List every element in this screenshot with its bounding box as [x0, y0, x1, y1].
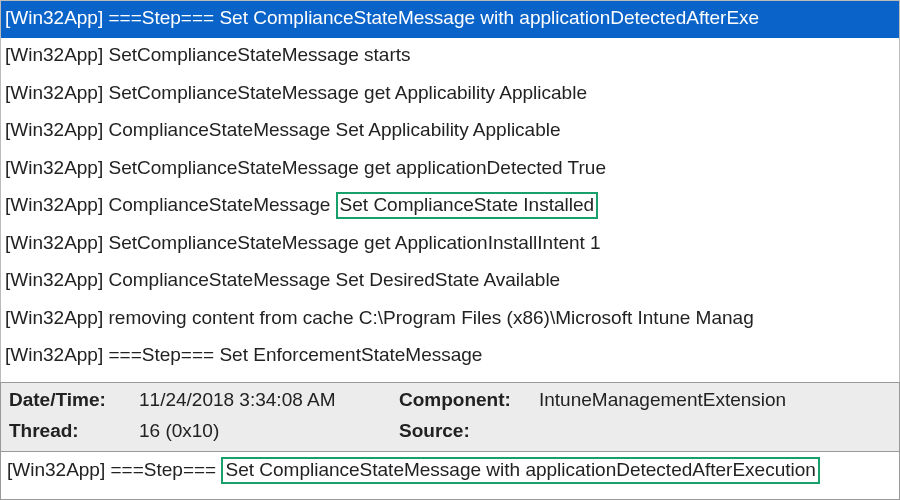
log-highlight: Set ComplianceState Installed [336, 192, 599, 219]
thread-label: Thread: [9, 420, 139, 447]
log-text: ComplianceStateMessage [109, 194, 336, 215]
log-text: ComplianceStateMessage Set Applicability… [109, 119, 561, 140]
log-row[interactable]: [Win32App] ComplianceStateMessage Set Ap… [1, 113, 899, 150]
log-row[interactable]: [Win32App] SetEnforcementStateMessageWit… [1, 377, 899, 382]
footer-highlight: Set ComplianceStateMessage with applicat… [221, 457, 819, 484]
log-tag: [Win32App] [5, 157, 109, 178]
component-value: IntuneManagementExtension [539, 389, 891, 416]
log-tag: [Win32App] [5, 119, 109, 140]
component-label: Component: [399, 389, 539, 416]
footer-tag: [Win32App] [7, 459, 105, 480]
log-list[interactable]: [Win32App] ===Step=== Set ComplianceStat… [0, 0, 900, 382]
log-text: ComplianceStateMessage Set DesiredState … [109, 269, 561, 290]
log-tag: [Win32App] [5, 269, 109, 290]
log-text: SetComplianceStateMessage starts [109, 44, 411, 65]
log-text: SetComplianceStateMessage get Applicatio… [109, 232, 601, 253]
selected-line-footer: [Win32App] ===Step=== Set ComplianceStat… [0, 452, 900, 500]
log-tag: [Win32App] [5, 307, 109, 328]
datetime-label: Date/Time: [9, 389, 139, 416]
log-row[interactable]: [Win32App] SetComplianceStateMessage get… [1, 151, 899, 188]
log-row[interactable]: [Win32App] SetComplianceStateMessage sta… [1, 38, 899, 75]
log-row[interactable]: [Win32App] ===Step=== Set ComplianceStat… [1, 1, 899, 38]
log-tag: [Win32App] [5, 7, 109, 28]
thread-value: 16 (0x10) [139, 420, 399, 447]
log-tag: [Win32App] [5, 232, 109, 253]
log-tag: [Win32App] [5, 82, 109, 103]
log-text: SetComplianceStateMessage get Applicabil… [109, 82, 587, 103]
log-row[interactable]: [Win32App] SetComplianceStateMessage get… [1, 226, 899, 263]
log-tag: [Win32App] [5, 44, 109, 65]
log-row[interactable]: [Win32App] ComplianceStateMessage Set Co… [1, 188, 899, 225]
log-text: SetComplianceStateMessage get applicatio… [109, 157, 606, 178]
log-text: ===Step=== Set EnforcementStateMessage [109, 344, 483, 365]
details-panel: Date/Time: 11/24/2018 3:34:08 AM Compone… [0, 382, 900, 452]
log-text: removing content from cache C:\Program F… [109, 307, 754, 328]
log-row[interactable]: [Win32App] SetComplianceStateMessage get… [1, 76, 899, 113]
source-label: Source: [399, 420, 539, 447]
footer-pre: ===Step=== [111, 459, 222, 480]
log-tag: [Win32App] [5, 344, 109, 365]
log-row[interactable]: [Win32App] removing content from cache C… [1, 301, 899, 338]
log-text: ===Step=== Set ComplianceStateMessage wi… [109, 7, 760, 28]
source-value [539, 420, 891, 447]
log-row[interactable]: [Win32App] ===Step=== Set EnforcementSta… [1, 338, 899, 375]
datetime-value: 11/24/2018 3:34:08 AM [139, 389, 399, 416]
log-row[interactable]: [Win32App] ComplianceStateMessage Set De… [1, 263, 899, 300]
log-tag: [Win32App] [5, 194, 109, 215]
